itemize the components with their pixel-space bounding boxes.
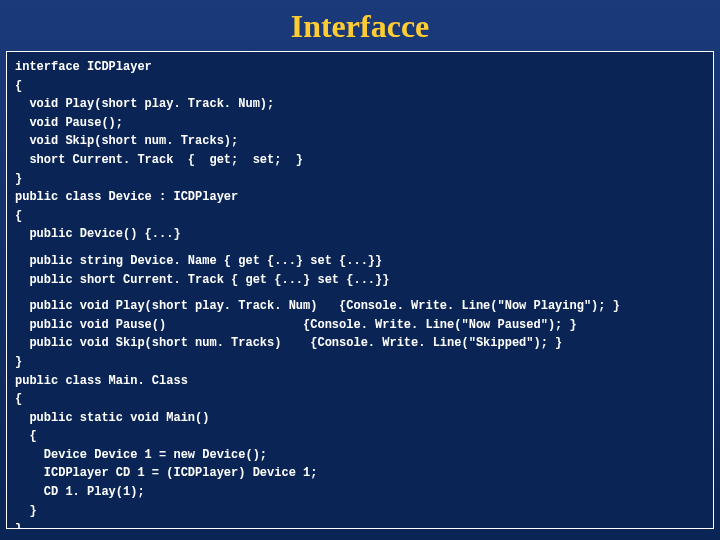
code-line: short Current. Track { get; set; } xyxy=(15,151,705,170)
blank-line xyxy=(15,289,705,297)
code-line: { xyxy=(15,77,705,96)
blank-line xyxy=(15,244,705,252)
code-line: } xyxy=(15,520,705,529)
code-line: Device Device 1 = new Device(); xyxy=(15,446,705,465)
code-line: } xyxy=(15,170,705,189)
code-line: public void Skip(short num. Tracks) {Con… xyxy=(15,334,705,353)
code-line: CD 1. Play(1); xyxy=(15,483,705,502)
code-line: public void Play(short play. Track. Num)… xyxy=(15,297,705,316)
code-line: public string Device. Name { get {...} s… xyxy=(15,252,705,271)
code-line: public static void Main() xyxy=(15,409,705,428)
code-line: void Pause(); xyxy=(15,114,705,133)
code-line: public short Current. Track { get {...} … xyxy=(15,271,705,290)
code-line: public Device() {...} xyxy=(15,225,705,244)
code-line: } xyxy=(15,353,705,372)
code-line: interface ICDPlayer xyxy=(15,58,705,77)
code-line: { xyxy=(15,427,705,446)
code-block: interface ICDPlayer { void Play(short pl… xyxy=(6,51,714,529)
code-line: public class Device : ICDPlayer xyxy=(15,188,705,207)
code-line: public class Main. Class xyxy=(15,372,705,391)
code-line: public void Pause() {Console. Write. Lin… xyxy=(15,316,705,335)
code-line: ICDPlayer CD 1 = (ICDPlayer) Device 1; xyxy=(15,464,705,483)
code-line: { xyxy=(15,207,705,226)
slide: Interfacce interface ICDPlayer { void Pl… xyxy=(0,0,720,540)
code-line: { xyxy=(15,390,705,409)
slide-title: Interfacce xyxy=(0,0,720,51)
code-line: void Play(short play. Track. Num); xyxy=(15,95,705,114)
code-line: void Skip(short num. Tracks); xyxy=(15,132,705,151)
code-line: } xyxy=(15,502,705,521)
